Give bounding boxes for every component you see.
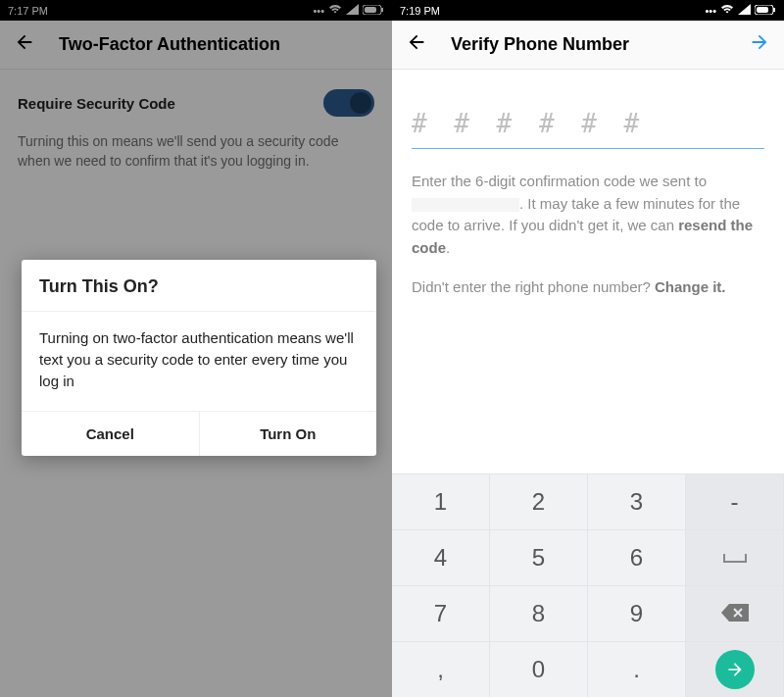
submit-icon xyxy=(715,650,755,689)
key-7[interactable]: 7 xyxy=(392,585,490,641)
backspace-icon xyxy=(721,600,749,627)
help-pre: Enter the 6-digit confirmation code we s… xyxy=(412,173,707,189)
confirm-dialog: Turn This On? Turning on two-factor auth… xyxy=(22,260,376,456)
status-time: 7:19 PM xyxy=(400,5,440,17)
key-1[interactable]: 1 xyxy=(392,473,490,529)
key-space[interactable] xyxy=(686,529,784,585)
svg-rect-4 xyxy=(757,7,768,13)
key-8[interactable]: 8 xyxy=(490,585,588,641)
dialog-title: Turn This On? xyxy=(22,260,376,312)
key-dot[interactable]: . xyxy=(588,641,686,697)
svg-rect-5 xyxy=(773,8,775,12)
more-icon: ••• xyxy=(705,5,716,17)
key-backspace[interactable] xyxy=(686,585,784,641)
right-screen: 7:19 PM ••• Verify Phone Number xyxy=(392,0,784,697)
phone-redacted xyxy=(412,198,519,212)
key-0[interactable]: 0 xyxy=(490,641,588,697)
key-3[interactable]: 3 xyxy=(588,473,686,529)
key-4[interactable]: 4 xyxy=(392,529,490,585)
battery-icon xyxy=(755,5,776,17)
cancel-button[interactable]: Cancel xyxy=(22,412,199,456)
signal-icon xyxy=(738,4,751,17)
app-bar-right: Verify Phone Number xyxy=(392,21,784,70)
dialog-actions: Cancel Turn On xyxy=(22,411,376,456)
next-icon[interactable] xyxy=(749,31,770,59)
key-dash[interactable]: - xyxy=(686,473,784,529)
verify-content: # # # # # # Enter the 6-digit confirmati… xyxy=(392,70,784,299)
key-2[interactable]: 2 xyxy=(490,473,588,529)
wifi-icon xyxy=(720,4,734,17)
key-9[interactable]: 9 xyxy=(588,585,686,641)
page-title: Verify Phone Number xyxy=(451,34,749,55)
key-submit[interactable] xyxy=(686,641,784,697)
key-comma[interactable]: , xyxy=(392,641,490,697)
help-text: Enter the 6-digit confirmation code we s… xyxy=(412,171,764,259)
change-link[interactable]: Change it. xyxy=(655,278,726,295)
turn-on-button[interactable]: Turn On xyxy=(199,412,377,456)
change-pre: Didn't enter the right phone number? xyxy=(412,278,655,295)
key-5[interactable]: 5 xyxy=(490,529,588,585)
dialog-body: Turning on two-factor authentication mea… xyxy=(22,312,376,411)
left-screen: 7:17 PM ••• Two-Factor Authentication xyxy=(0,0,392,697)
numeric-keypad: 1 2 3 - 4 5 6 7 8 9 , 0 . xyxy=(392,473,784,697)
back-icon[interactable] xyxy=(406,31,427,59)
status-bar-right: 7:19 PM ••• xyxy=(392,0,784,21)
code-input[interactable]: # # # # # # xyxy=(412,109,764,149)
help-period: . xyxy=(446,239,450,256)
change-row: Didn't enter the right phone number? Cha… xyxy=(412,276,764,299)
key-6[interactable]: 6 xyxy=(588,529,686,585)
status-indicators: ••• xyxy=(705,4,776,17)
